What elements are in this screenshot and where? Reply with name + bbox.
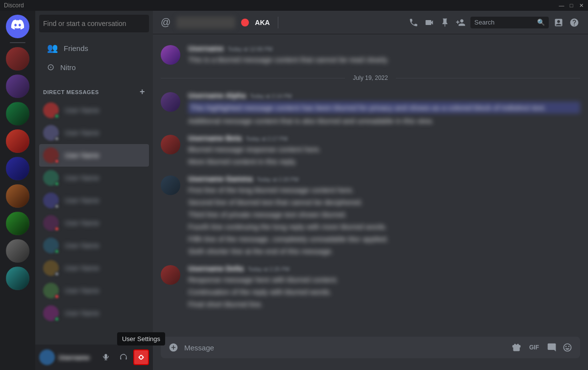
dm-list: User Name User Name User Name (35, 99, 153, 345)
user-panel-actions: User Settings (98, 349, 149, 365)
add-dm-button[interactable]: + (140, 87, 145, 97)
message-header-3: Username Gamma Today at 2:20 PM (188, 174, 580, 183)
chat-right-actions: GIF (510, 341, 574, 354)
dm-avatar-7 (43, 238, 59, 253)
status-dot-4 (54, 181, 59, 186)
search-input[interactable] (39, 15, 149, 32)
header-separator (278, 17, 278, 28)
dm-item-1[interactable]: User Name (39, 99, 149, 122)
user-panel-info: Username (59, 354, 94, 361)
message-avatar-3 (161, 175, 180, 195)
dm-item-3[interactable]: User Name (39, 144, 149, 167)
message-group-1: Username Alpha Today at 2:14 PM This hig… (153, 89, 588, 128)
home-button[interactable] (6, 15, 29, 38)
search-box[interactable]: 🔍 (470, 17, 549, 28)
dnd-indicator (241, 19, 249, 26)
gift-button[interactable] (510, 341, 523, 354)
dm-section-label: DIRECT MESSAGES (43, 89, 99, 95)
dm-item-2[interactable]: User Name (39, 122, 149, 144)
message-content-3: Username Gamma Today at 2:20 PM First li… (188, 174, 580, 256)
status-dot-10 (54, 317, 59, 321)
at-symbol: @ (161, 17, 171, 28)
search-icon: 🔍 (537, 19, 545, 26)
chat-input-area: GIF (153, 337, 588, 370)
dm-name-6: User Name (65, 219, 145, 227)
message-author-1: Username Alpha (188, 91, 246, 99)
headphones-button[interactable] (116, 349, 131, 365)
sticker-button[interactable] (545, 341, 559, 354)
date-divider: July 19, 2022 (161, 74, 580, 81)
server-icon-7[interactable] (6, 212, 29, 235)
help-button[interactable] (568, 17, 580, 28)
server-icon-9[interactable] (6, 267, 29, 290)
inbox-button[interactable] (553, 17, 564, 28)
dm-name-2: User Name (65, 129, 145, 137)
window-controls: — □ ✕ (559, 2, 584, 8)
status-dot-9 (54, 294, 59, 299)
server-icon-2[interactable] (6, 74, 29, 98)
direct-messages-header: DIRECT MESSAGES + (35, 79, 153, 99)
dm-item-9[interactable]: User Name (39, 279, 149, 302)
app-container: 👥 Friends ⊙ Nitro DIRECT MESSAGES + User… (0, 11, 588, 370)
dm-avatar-3 (43, 148, 59, 163)
chat-header-aka: AKA (255, 19, 270, 26)
message-input[interactable] (184, 338, 506, 357)
status-dot-6 (54, 226, 59, 231)
message-group-pre: Username Today at 12:00 PM This is a blu… (153, 42, 588, 67)
server-icon-5[interactable] (6, 157, 29, 180)
call-button[interactable] (408, 17, 419, 28)
message-text-3d: Fourth line continuing the long reply wi… (188, 222, 580, 232)
message-timestamp-1: Today at 2:14 PM (250, 93, 292, 99)
message-timestamp-pre: Today at 12:00 PM (228, 46, 273, 52)
date-divider-text: July 19, 2022 (349, 74, 392, 81)
message-text-3a: First line of the long blurred message c… (188, 185, 580, 195)
video-button[interactable] (423, 17, 435, 28)
nitro-nav-item[interactable]: ⊙ Nitro (39, 58, 149, 76)
dm-avatar-8 (43, 260, 59, 276)
message-content-2: Username Beta Today at 2:17 PM Blurred m… (188, 134, 580, 167)
dm-sidebar: 👥 Friends ⊙ Nitro DIRECT MESSAGES + User… (35, 11, 153, 370)
dm-name-1: User Name (65, 106, 145, 114)
message-timestamp-4: Today at 2:25 PM (247, 266, 290, 272)
search-input-chat[interactable] (474, 19, 534, 26)
gif-button[interactable]: GIF (525, 341, 543, 354)
server-icon-4[interactable] (6, 129, 29, 153)
message-avatar-pre (161, 45, 180, 65)
user-settings-button[interactable] (133, 349, 149, 365)
user-panel: Username (35, 345, 153, 370)
server-icon-1[interactable] (6, 47, 29, 71)
dm-item-8[interactable]: User Name (39, 257, 149, 279)
server-icon-6[interactable] (6, 184, 29, 208)
attach-button[interactable] (167, 341, 180, 354)
message-content-1: Username Alpha Today at 2:14 PM This hig… (188, 91, 580, 126)
message-text-1: This highlighted message content has bee… (188, 101, 580, 114)
add-friend-button[interactable] (455, 17, 466, 28)
dm-item-10[interactable]: User Name (39, 302, 149, 324)
status-dot-3 (54, 159, 59, 164)
server-icon-3[interactable] (6, 102, 29, 125)
dm-name-9: User Name (65, 287, 145, 295)
restore-button[interactable]: □ (568, 2, 574, 8)
dm-name-10: User Name (65, 309, 145, 317)
close-button[interactable]: ✕ (578, 2, 584, 8)
message-author-3: Username Gamma (188, 174, 253, 183)
pin-button[interactable] (439, 17, 451, 28)
message-text-pre: This is a blurred message content that c… (188, 54, 580, 65)
emoji-button[interactable] (561, 341, 574, 354)
dm-item-5[interactable]: User Name (39, 189, 149, 212)
dm-name-8: User Name (65, 264, 145, 272)
dm-item-7[interactable]: User Name (39, 234, 149, 257)
friends-nav-item[interactable]: 👥 Friends (39, 39, 149, 57)
microphone-button[interactable] (98, 349, 114, 365)
minimize-button[interactable]: — (559, 2, 564, 8)
message-text-4c: Final short blurred line. (188, 299, 384, 309)
chat-header-username (176, 17, 235, 28)
titlebar: Discord — □ ✕ (0, 0, 588, 11)
dm-name-7: User Name (65, 242, 145, 249)
dm-avatar-9 (43, 283, 59, 298)
server-icon-8[interactable] (6, 239, 29, 263)
message-author-2: Username Beta (188, 134, 242, 142)
status-dot-8 (54, 271, 59, 276)
dm-item-4[interactable]: User Name (39, 167, 149, 189)
dm-item-6[interactable]: User Name (39, 212, 149, 234)
